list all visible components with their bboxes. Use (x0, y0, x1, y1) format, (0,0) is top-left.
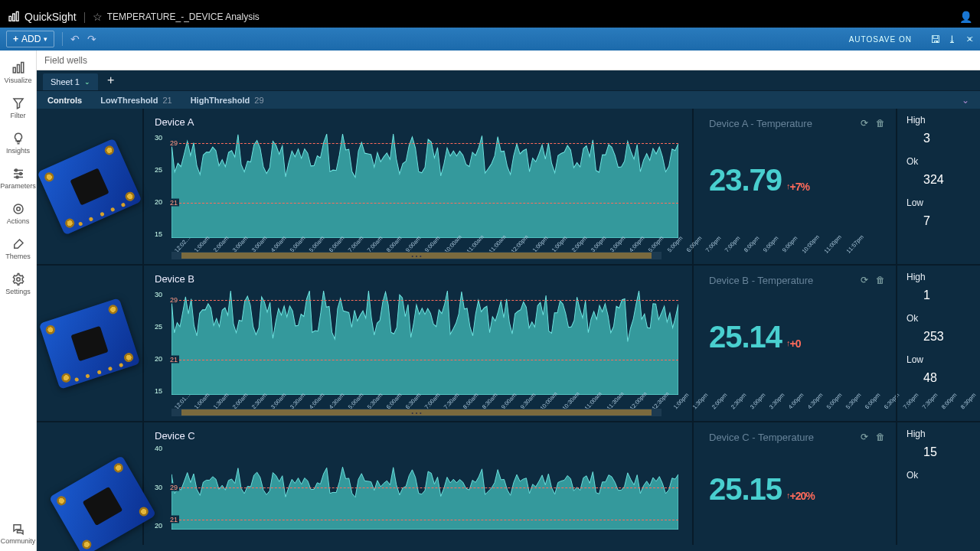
plus-icon: + (13, 34, 18, 44)
device-c-chart[interactable]: Device C 403020 29 21 (144, 422, 694, 545)
threshold-high-line (172, 300, 678, 301)
left-rail: Visualize Filter Insights Parameters Act… (0, 51, 37, 551)
user-icon[interactable]: 👤 (959, 11, 972, 28)
threshold-high-line (172, 143, 678, 144)
refresh-icon[interactable]: ⟳ (861, 275, 868, 285)
svg-point-9 (14, 204, 23, 214)
device-b-chart[interactable]: Device B 30252015 29 21 12:01…1:00am1:30… (144, 266, 694, 421)
device-a-stats: High3 Ok324 Low7 (897, 109, 980, 264)
star-icon[interactable]: ☆ (93, 11, 103, 23)
export-icon[interactable]: ⤓ (948, 34, 956, 45)
kpi-value: 23.79 (709, 163, 782, 197)
area-series-a-icon (172, 134, 678, 238)
param-low-threshold[interactable]: LowThreshold 21 (100, 96, 172, 105)
plot-area[interactable]: 29 21 (172, 445, 678, 540)
bar-chart-icon (11, 61, 25, 75)
threshold-low-label: 21 (170, 356, 179, 364)
share-icon[interactable]: ⪤ (964, 34, 974, 45)
rail-community[interactable]: Community (0, 516, 36, 551)
sliders-icon (11, 167, 25, 181)
device-c-stats: High15 Ok (897, 422, 980, 545)
collapse-controls-icon[interactable]: ⌄ (962, 95, 969, 106)
save-icon[interactable]: 🖫 (930, 34, 940, 45)
target-icon (11, 202, 25, 216)
kpi-delta: ↑+0 (786, 337, 800, 350)
app-brand[interactable]: QuickSight (8, 11, 77, 28)
chart-title: Device C (155, 430, 678, 442)
kpi-value: 25.14 (709, 320, 782, 354)
svg-rect-4 (17, 65, 19, 73)
add-sheet-button[interactable]: + (101, 73, 120, 90)
delete-icon[interactable]: 🗑 (876, 118, 885, 129)
chart-title: Device B (155, 273, 678, 285)
rail-insights[interactable]: Insights (0, 126, 36, 161)
svg-rect-5 (21, 63, 23, 73)
threshold-low-label: 21 (170, 515, 179, 523)
rail-parameters[interactable]: Parameters (0, 161, 36, 196)
x-axis: 12:02…1:00am2:00am3:00am3:00am4:00am5:00… (172, 238, 678, 249)
svg-rect-2 (16, 11, 18, 21)
kpi-delta: ↑+7% (786, 181, 809, 193)
rail-filter[interactable]: Filter (0, 90, 36, 126)
tab-sheet1[interactable]: Sheet 1 ⌄ (43, 73, 98, 90)
svg-rect-3 (13, 67, 15, 73)
rail-actions[interactable]: Actions (0, 196, 36, 231)
redo-icon[interactable]: ↷ (87, 33, 96, 45)
autosave-status: AUTOSAVE ON (849, 35, 912, 44)
device-b-image (37, 266, 144, 421)
threshold-high-label: 29 (170, 484, 179, 491)
add-label: ADD (21, 34, 41, 44)
delete-icon[interactable]: 🗑 (876, 432, 885, 442)
threshold-high-line (172, 487, 678, 488)
chart-scrollbar[interactable]: ⋯ (172, 252, 662, 259)
device-c-kpi[interactable]: Device C - Temperature ⟳🗑 25.15 ↑+20% (694, 422, 897, 545)
threshold-low-label: 21 (170, 199, 179, 207)
threshold-high-label: 29 (170, 139, 179, 147)
funnel-icon (11, 96, 25, 110)
device-b-kpi[interactable]: Device B - Temperature ⟳🗑 25.14 ↑+0 (694, 266, 897, 421)
chart-scrollbar[interactable]: ⋯ (172, 409, 662, 416)
svg-rect-1 (13, 14, 15, 21)
field-wells-bar[interactable]: Field wells (37, 51, 980, 70)
device-c-image (37, 422, 144, 545)
separator (62, 32, 63, 46)
gear-icon (11, 272, 25, 286)
scroll-thumb[interactable]: ⋯ (181, 409, 652, 416)
threshold-low-line (172, 520, 678, 520)
svg-rect-0 (9, 16, 11, 21)
rail-visualize[interactable]: Visualize (0, 55, 36, 90)
undo-icon[interactable]: ↶ (70, 33, 80, 45)
y-axis: 30252015 (155, 134, 172, 249)
plot-area[interactable]: 29 21 12:01…1:00am1:30am2:00am2:30am3:00… (172, 291, 678, 406)
delete-icon[interactable]: 🗑 (876, 275, 885, 285)
param-high-threshold[interactable]: HighThreshold 29 (191, 96, 264, 105)
x-axis: 12:01…1:00am1:30am2:00am2:30am3:00am3:30… (172, 395, 678, 406)
chart-title: Device A (155, 116, 678, 128)
area-series-b-icon (172, 291, 678, 395)
analysis-title[interactable]: ☆ TEMPERATURE_-_DEVICE Analysis (93, 11, 260, 28)
separator (84, 12, 85, 23)
threshold-high-label: 29 (170, 296, 179, 304)
chat-icon (11, 522, 25, 536)
refresh-icon[interactable]: ⟳ (861, 118, 868, 129)
device-a-kpi[interactable]: Device A - Temperature ⟳🗑 23.79 ↑+7% (694, 109, 897, 264)
brand-label: QuickSight (24, 11, 77, 23)
chevron-down-icon: ▾ (44, 35, 47, 43)
quicksight-logo-icon (8, 11, 20, 23)
add-button[interactable]: + ADD ▾ (6, 31, 54, 47)
rail-themes[interactable]: Themes (0, 231, 36, 266)
kpi-delta: ↑+20% (786, 490, 815, 502)
scroll-thumb[interactable]: ⋯ (181, 253, 652, 259)
threshold-low-line (172, 360, 678, 360)
svg-point-10 (16, 207, 20, 211)
y-axis: 403020 (155, 445, 172, 540)
rail-settings[interactable]: Settings (0, 266, 36, 302)
plot-area[interactable]: 29 21 12:02…1:00am2:00am3:00am3:00am4:00… (172, 134, 678, 249)
chevron-down-icon[interactable]: ⌄ (84, 78, 90, 86)
refresh-icon[interactable]: ⟳ (861, 432, 868, 442)
controls-label: Controls (47, 96, 82, 105)
threshold-low-line (172, 203, 678, 204)
device-a-chart[interactable]: Device A 30252015 29 21 12:02…1:00am2:00… (144, 109, 694, 264)
device-b-stats: High1 Ok253 Low48 (897, 266, 980, 421)
lightbulb-icon (11, 132, 25, 145)
